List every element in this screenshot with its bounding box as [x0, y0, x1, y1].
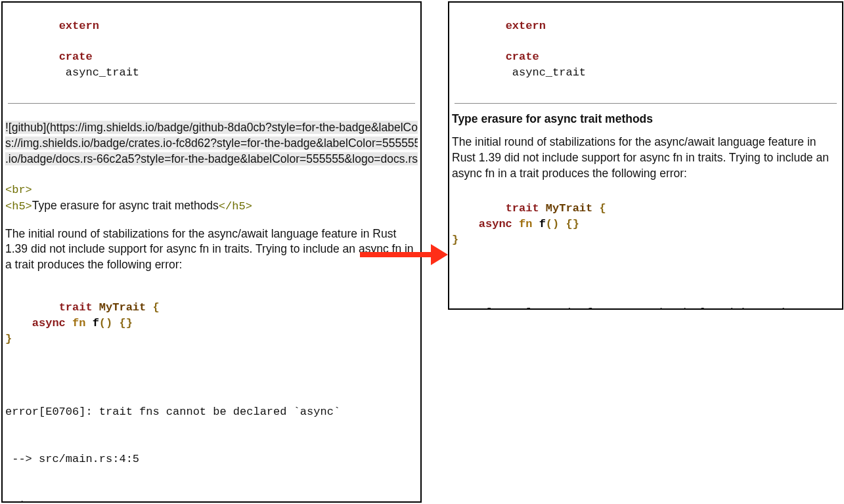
- kw-crate: crate: [59, 51, 93, 63]
- raw-h5-line: <h5>Type erasure for async trait methods…: [5, 198, 418, 215]
- h5-text: Type erasure for async trait methods: [32, 199, 219, 212]
- badge-line-3: .io/badge/docs.rs-66c2a5?style=for-the-b…: [5, 152, 418, 165]
- raw-br-tag: <br>: [5, 182, 418, 198]
- trait-code-block-rendered: trait MyTrait { async fn f() {}}: [452, 185, 839, 263]
- crate-name: async_trait: [59, 66, 139, 79]
- rendered-h5: Type erasure for async trait methods: [452, 112, 839, 127]
- arrow-head-icon: [431, 244, 448, 265]
- intro-paragraph-rendered: The initial round of stabilizations for …: [452, 135, 839, 181]
- intro-paragraph: The initial round of stabilizations for …: [5, 226, 418, 273]
- badge-line-1: ![github](https://img.shields.io/badge/g…: [5, 121, 418, 134]
- compiler-error-block: error[E0706]: trait fns cannot be declar…: [5, 373, 418, 503]
- err-line-3: |: [5, 498, 418, 503]
- h5-close-tag: </h5>: [219, 200, 252, 213]
- stage: extern crate async_trait ![github](https…: [0, 0, 844, 504]
- crate-declaration-line-rendered: extern crate async_trait: [452, 3, 839, 96]
- arrow-shaft: [360, 252, 433, 257]
- err-line-1: error[E0706]: trait fns cannot be declar…: [5, 404, 418, 420]
- badge-markdown-block: ![github](https://img.shields.io/badge/g…: [5, 119, 418, 167]
- divider: [8, 103, 415, 104]
- badge-line-2: s://img.shields.io/badge/crates.io-fc8d6…: [5, 136, 418, 150]
- h5-open-tag: <h5>: [5, 200, 32, 213]
- rendered-preview-card: extern crate async_trait Type erasure fo…: [448, 1, 843, 310]
- source-preview-card: extern crate async_trait ![github](https…: [1, 1, 422, 503]
- divider-rendered: [455, 103, 837, 104]
- trait-code-block: trait MyTrait { async fn f() {}}: [5, 285, 418, 363]
- kw-extern: extern: [59, 20, 99, 32]
- crate-declaration-line: extern crate async_trait: [5, 3, 418, 96]
- compiler-error-block-rendered: error[E0706]: trait fns cannot be declar…: [452, 274, 839, 310]
- transform-arrow: [360, 244, 449, 265]
- err-line-2: --> src/main.rs:4:5: [5, 452, 418, 467]
